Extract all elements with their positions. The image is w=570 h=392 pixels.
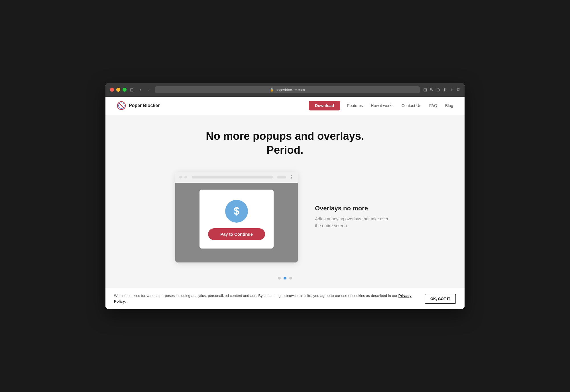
nav-links: Features How it works Contact Us FAQ Blo… — [347, 103, 453, 108]
hero-title: No more popups and overlays. Period. — [117, 129, 453, 157]
forward-button[interactable]: › — [146, 87, 151, 93]
website-content: Poper Blocker Download Features How it w… — [105, 97, 465, 309]
browser-actions: ⊞ ↻ ⊙ ⬆ ＋ ⧉ — [423, 87, 460, 93]
close-button[interactable] — [110, 88, 114, 92]
sidebar-icon[interactable]: ⊡ — [130, 87, 134, 93]
nav-faq[interactable]: FAQ — [429, 103, 437, 108]
logo-text: Poper Blocker — [129, 103, 160, 108]
address-bar[interactable]: 🔒 poperblocker.com — [155, 86, 420, 93]
back-button[interactable]: ‹ — [138, 87, 143, 93]
cookie-accept-button[interactable]: OK, GOT IT — [425, 294, 456, 304]
mockup-more-icon: ⋮ — [289, 175, 294, 180]
mockup-dot-1 — [179, 176, 182, 178]
maximize-button[interactable] — [123, 88, 127, 92]
carousel-dot-1[interactable] — [278, 277, 281, 280]
demo-section: ⋮ $ Pay to Continue Overlays no more Adi… — [105, 166, 465, 274]
browser-chrome: ⊡ ‹ › 🔒 poperblocker.com ⊞ ↻ ⊙ ⬆ ＋ ⧉ — [105, 83, 465, 97]
overlay-description: Adios annoying overlays that take over t… — [315, 216, 395, 229]
carousel-dot-2[interactable] — [284, 277, 286, 280]
minimize-button[interactable] — [116, 88, 120, 92]
tabs-icon[interactable]: ⧉ — [457, 87, 460, 92]
browser-window: ⊡ ‹ › 🔒 poperblocker.com ⊞ ↻ ⊙ ⬆ ＋ ⧉ — [105, 83, 465, 309]
traffic-lights — [110, 88, 127, 92]
download-button[interactable]: Download — [309, 101, 340, 110]
download-icon[interactable]: ⊙ — [436, 87, 440, 93]
hero-section: No more popups and overlays. Period. — [105, 115, 465, 166]
mockup-content: $ Pay to Continue — [175, 183, 298, 262]
logo-area: Poper Blocker — [117, 101, 160, 110]
dollar-icon: $ — [225, 200, 248, 223]
browser-mockup: ⋮ $ Pay to Continue — [175, 172, 298, 262]
logo-icon — [117, 101, 126, 110]
new-tab-icon[interactable]: ＋ — [449, 87, 454, 93]
carousel-dots — [105, 274, 465, 288]
carousel-dot-3[interactable] — [289, 277, 292, 280]
nav-how-it-works[interactable]: How it works — [371, 103, 393, 108]
nav-features[interactable]: Features — [347, 103, 363, 108]
mockup-urlbar — [192, 176, 273, 178]
demo-description: Overlays no more Adios annoying overlays… — [315, 205, 395, 229]
share-icon[interactable]: ⬆ — [443, 87, 447, 93]
mockup-tab — [277, 176, 286, 178]
pay-to-continue-button[interactable]: Pay to Continue — [208, 228, 265, 240]
translate-icon[interactable]: ⊞ — [423, 87, 427, 93]
refresh-icon[interactable]: ↻ — [430, 87, 433, 93]
lock-icon: 🔒 — [270, 88, 274, 92]
cookie-banner: We use cookies for various purposes incl… — [105, 288, 465, 309]
cookie-text: We use cookies for various purposes incl… — [114, 293, 419, 305]
overlay-title: Overlays no more — [315, 205, 395, 212]
overlay-card: $ Pay to Continue — [199, 190, 274, 249]
nav-blog[interactable]: Blog — [445, 103, 453, 108]
url-text: poperblocker.com — [276, 88, 305, 92]
navbar: Poper Blocker Download Features How it w… — [105, 97, 465, 115]
mockup-titlebar: ⋮ — [175, 172, 298, 183]
mockup-dot-2 — [184, 176, 187, 178]
nav-contact-us[interactable]: Contact Us — [402, 103, 421, 108]
